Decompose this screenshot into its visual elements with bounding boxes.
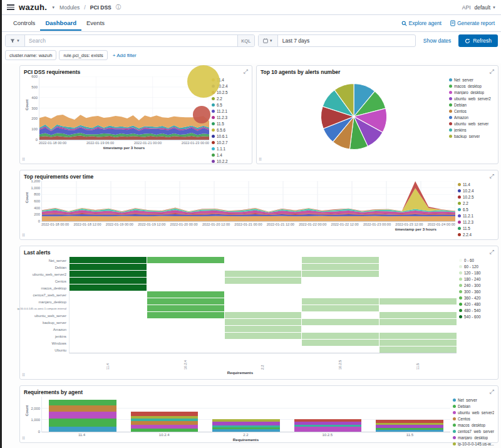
heatmap-cell[interactable] [380,284,457,291]
heatmap-cell[interactable] [70,312,147,318]
stacked-bar[interactable] [131,412,199,432]
expand-icon[interactable]: ⤢ [490,389,494,394]
tab-controls[interactable]: Controls [8,16,40,31]
heatmap-cell[interactable] [225,326,302,332]
legend-item[interactable]: 11.2.1 [458,212,494,219]
bar-segment[interactable] [376,430,443,432]
filter-pill-cluster[interactable]: cluster.name: wazuh [5,50,56,60]
heatmap-cell[interactable] [380,346,457,353]
panel-drag-handle[interactable]: ⠿ [22,157,25,162]
stacked-bar[interactable] [376,420,443,432]
bar-segment[interactable] [49,412,116,419]
heatmap-cell[interactable] [302,326,379,332]
legend-item[interactable]: 11.4 [458,181,494,187]
add-filter-link[interactable]: + Add filter [113,53,137,58]
legend-item[interactable]: 10.2.4 [458,187,494,194]
chevron-down-icon[interactable]: ▼ [51,6,55,9]
heatmap-cell[interactable] [225,291,302,298]
legend-item[interactable]: 2.2 [212,95,248,102]
filter-pill-pcidss[interactable]: rule.pci_dss: exists [59,50,107,60]
heatmap-cell[interactable] [225,278,302,284]
explore-agent-button[interactable]: Explore agent [401,20,442,26]
area-chart-over-time[interactable] [41,181,455,222]
legend-item[interactable]: Net_server [453,397,494,403]
tab-dashboard[interactable]: Dashboard [40,16,81,31]
expand-icon[interactable]: ⤢ [244,69,248,74]
heatmap-cell[interactable] [70,264,147,270]
heatmap-cell[interactable] [147,312,224,318]
breadcrumb-section[interactable]: Modules [59,4,80,11]
legend-item[interactable]: 360 - 420 [459,294,494,301]
heatmap-cell[interactable] [302,284,379,291]
heatmap-cell[interactable] [70,278,147,284]
pie-chart-top-agents[interactable] [261,76,447,157]
heatmap-cell[interactable] [302,333,379,339]
heatmap-cell[interactable] [225,346,302,353]
legend-item[interactable]: 0 - 60 [459,257,494,263]
heatmap-cell[interactable] [302,346,379,353]
heatmap-cell[interactable] [225,271,302,277]
heatmap-cell[interactable] [70,257,147,263]
heatmap-cell[interactable] [225,340,302,346]
legend-item[interactable]: 540 - 600 [459,313,494,320]
legend-item[interactable]: 11.2.1 [212,108,248,114]
legend-item[interactable]: 11.5 [458,225,494,231]
panel-drag-handle[interactable]: ⠿ [259,157,262,162]
heatmap-cell[interactable] [70,333,147,339]
legend-item[interactable]: Debian [453,403,494,409]
heatmap-cell[interactable] [380,298,457,305]
bar-segment[interactable] [294,427,362,432]
heatmap-cell[interactable] [147,291,224,298]
heatmap-cell[interactable] [70,305,147,311]
legend-item[interactable]: ubuntu_web_server2 [453,409,494,415]
heatmap-cell[interactable] [225,257,302,263]
heatmap-cell[interactable] [302,291,379,298]
legend-item[interactable]: 10.6.1 [212,133,248,139]
legend-item[interactable]: 180 - 240 [459,276,494,282]
heatmap-cell[interactable] [70,319,147,325]
panel-drag-handle[interactable]: ⠿ [22,233,25,238]
heatmap-cell[interactable] [380,264,457,270]
heatmap-cell[interactable] [225,305,302,311]
panel-drag-handle[interactable]: ⠿ [22,436,25,441]
expand-icon[interactable]: ⤢ [490,249,494,254]
legend-item[interactable]: ip-10-0-0-145.us-w... [453,440,494,447]
wazuh-logo[interactable]: wazuh. [19,3,47,12]
stacked-bar[interactable] [294,419,362,432]
heatmap-cell[interactable] [380,340,457,346]
legend-item[interactable]: 240 - 300 [459,282,494,288]
legend-item[interactable]: 120 - 180 [459,269,494,276]
heatmap-cell[interactable] [380,305,457,311]
show-dates-link[interactable]: Show dates [419,38,455,44]
legend-item[interactable]: 2.2.4 [458,231,494,237]
bar-chart-requirements-by-agent[interactable] [41,397,450,432]
kql-toggle[interactable]: KQL [237,35,254,46]
stacked-bar[interactable] [49,400,116,432]
search-input[interactable] [25,35,237,46]
legend-item[interactable]: manjaro_desktop [449,89,494,95]
heatmap-cell[interactable] [147,264,224,270]
heatmap-cell[interactable] [70,284,147,291]
heatmap-cell[interactable] [302,278,379,284]
heatmap-cell[interactable] [302,271,379,277]
legend-item[interactable]: 11.5 [212,120,248,127]
bar-segment[interactable] [212,429,280,432]
heatmap-cell[interactable] [70,346,147,353]
legend-item[interactable]: Centos [453,415,494,422]
bar-segment[interactable] [49,419,116,426]
legend-item[interactable]: Centos [449,108,494,114]
legend-item[interactable]: 6.5 [458,206,494,212]
generate-report-button[interactable]: Generate report [450,20,495,26]
legend-item[interactable]: backup_server [449,133,494,139]
legend-item[interactable]: 11.2.3 [212,114,248,120]
tab-events[interactable]: Events [81,16,110,31]
heatmap-cell[interactable] [302,264,379,270]
heatmap-cell[interactable] [70,326,147,332]
bar-segment[interactable] [49,405,116,412]
legend-item[interactable]: 6.5 [212,102,248,108]
expand-icon[interactable]: ⤢ [490,69,494,74]
heatmap-cell[interactable] [225,284,302,291]
legend-item[interactable]: 10.2.5 [458,194,494,200]
heatmap-cell[interactable] [380,291,457,298]
heatmap-cell[interactable] [147,305,224,311]
